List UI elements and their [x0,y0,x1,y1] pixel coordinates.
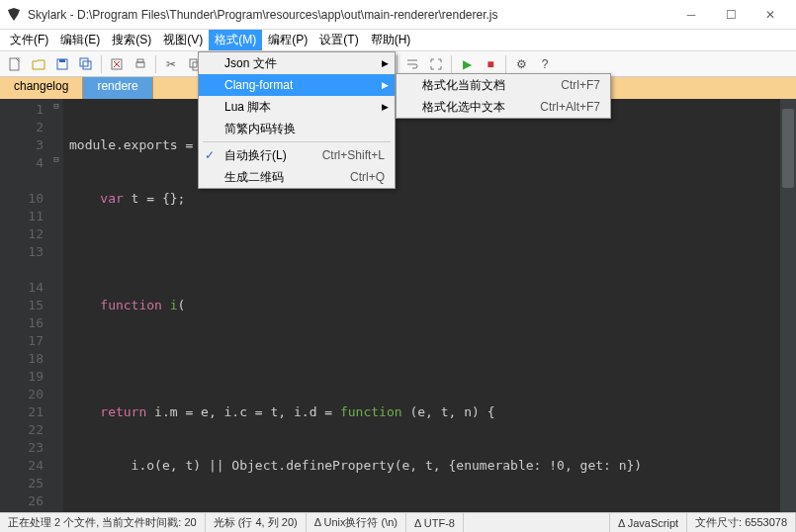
menu-format-current[interactable]: 格式化当前文档Ctrl+F7 [397,74,610,96]
tab-changelog[interactable]: changelog [0,77,83,99]
svg-rect-3 [80,58,88,66]
fullscreen-icon[interactable] [425,53,447,75]
line-gutter: 1234101112131415161718192021222324252627… [0,99,49,512]
menu-lua[interactable]: Lua 脚本▶ [199,96,395,118]
vertical-scrollbar[interactable] [780,99,796,512]
stop-icon[interactable]: ■ [480,53,501,75]
help-icon[interactable]: ? [534,53,556,75]
run-icon[interactable]: ▶ [456,53,478,75]
menu-format[interactable]: 格式(M) [209,30,262,50]
window-title: Skylark - D:\Program Files\Thunder\Progr… [28,8,671,22]
menu-format-selected[interactable]: 格式化选中文本Ctrl+Alt+F7 [397,96,610,118]
minimize-button[interactable]: ─ [671,1,711,29]
svg-rect-2 [59,59,65,62]
svg-rect-7 [137,59,143,62]
app-icon [6,7,22,23]
format-menu-dropdown: Json 文件▶ Clang-format▶ Lua 脚本▶ 简繁内码转换 ✓自… [198,51,396,189]
editor[interactable]: 1234101112131415161718192021222324252627… [0,99,796,512]
status-bar: 正在处理 2 个文件, 当前文件时间戳: 20 光标 (行 4, 列 20) Δ… [0,512,796,532]
menu-view[interactable]: 视图(V) [157,30,209,50]
menu-bar: 文件(F) 编辑(E) 搜索(S) 视图(V) 格式(M) 编程(P) 设置(T… [0,30,796,51]
status-filesize: 文件尺寸: 6553078 [687,513,796,532]
new-file-icon[interactable] [4,53,26,75]
clang-submenu: 格式化当前文档Ctrl+F7 格式化选中文本Ctrl+Alt+F7 [396,73,611,119]
menu-search[interactable]: 搜索(S) [106,30,157,50]
settings-icon[interactable]: ⚙ [510,53,532,75]
menu-clang-format[interactable]: Clang-format▶ [199,74,395,96]
svg-rect-6 [136,62,144,67]
status-processing: 正在处理 2 个文件, 当前文件时间戳: 20 [0,513,206,532]
menu-help[interactable]: 帮助(H) [365,30,417,50]
menu-edit[interactable]: 编辑(E) [54,30,106,50]
menu-qrcode[interactable]: 生成二维码Ctrl+Q [199,166,395,188]
cut-icon[interactable]: ✂ [160,53,182,75]
menu-file[interactable]: 文件(F) [4,30,54,50]
save-all-icon[interactable] [75,53,97,75]
menu-settings[interactable]: 设置(T) [313,30,364,50]
wrap-icon[interactable] [401,53,423,75]
code-area[interactable]: module.exports = var t = {}; function i(… [63,99,796,512]
status-lineend[interactable]: Δ Unix换行符 (\n) [307,513,406,532]
status-lang[interactable]: Δ JavaScript [610,513,687,532]
svg-rect-4 [83,61,91,69]
open-file-icon[interactable] [28,53,49,75]
title-bar: Skylark - D:\Program Files\Thunder\Progr… [0,0,796,30]
status-encoding[interactable]: Δ UTF-8 [406,513,464,532]
close-button[interactable]: ✕ [751,1,790,29]
status-cursor: 光标 (行 4, 列 20) [206,513,307,532]
menu-json[interactable]: Json 文件▶ [199,52,395,74]
close-file-icon[interactable] [106,53,128,75]
print-icon[interactable] [130,53,151,75]
save-icon[interactable] [51,53,73,75]
menu-simplify[interactable]: 简繁内码转换 [199,118,395,139]
menu-program[interactable]: 编程(P) [262,30,313,50]
fold-column[interactable]: ⊟⊟ [49,99,63,512]
maximize-button[interactable]: ☐ [711,1,751,29]
menu-autowrap[interactable]: ✓自动换行(L)Ctrl+Shift+L [199,144,395,166]
scrollbar-thumb[interactable] [782,109,794,188]
tab-renderer[interactable]: rendere [83,77,152,99]
